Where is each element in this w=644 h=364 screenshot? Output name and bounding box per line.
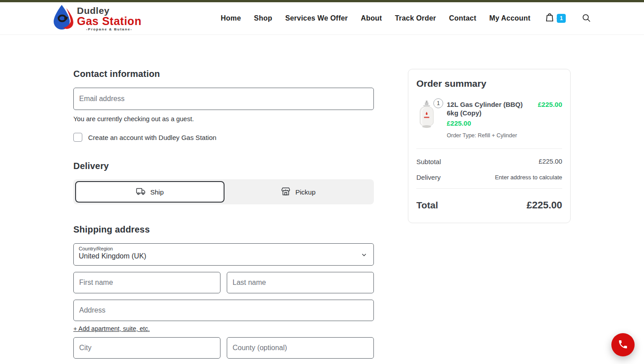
first-name-input[interactable]: [73, 272, 220, 293]
cart-count-badge: 1: [557, 14, 566, 23]
total-label: Total: [416, 200, 438, 211]
county-field-wrap: [227, 337, 374, 359]
address-field-row: [73, 300, 374, 321]
country-region-select[interactable]: Country/Region United Kingdom (UK): [73, 243, 374, 266]
store-icon: [281, 186, 291, 198]
total-row: Total £225.00: [416, 189, 562, 223]
delivery-value: Enter address to calculate: [495, 174, 562, 181]
last-name-field-wrap: [227, 272, 374, 293]
phone-icon: [618, 339, 628, 351]
guest-checkout-note: You are currently checking out as a gues…: [73, 115, 374, 123]
product-unit-price: £225.00: [447, 119, 534, 127]
nav-my-account[interactable]: My Account: [489, 14, 530, 22]
nav-home[interactable]: Home: [221, 14, 241, 22]
nav-about[interactable]: About: [361, 14, 382, 22]
site-logo[interactable]: Dudley Gas Station -Propane & Butane-: [53, 4, 141, 32]
gas-cylinder-product-image: [416, 122, 437, 130]
nav-shop[interactable]: Shop: [254, 14, 272, 22]
address-field-wrap: [73, 300, 374, 321]
subtotal-label: Subtotal: [416, 158, 441, 165]
order-summary-heading: Order summary: [416, 78, 562, 89]
name-fields-row: [73, 272, 374, 293]
city-county-row: [73, 337, 374, 359]
pickup-option-button[interactable]: Pickup: [225, 181, 372, 203]
cart-button[interactable]: 1: [544, 12, 566, 25]
call-now-button[interactable]: [611, 333, 635, 356]
county-input[interactable]: [227, 337, 374, 359]
subtotal-value: £225.00: [539, 158, 562, 165]
last-name-input[interactable]: [227, 272, 374, 293]
product-order-type: Order Type: Refill + Cylinder: [447, 132, 534, 139]
logo-name-top: Dudley: [77, 6, 141, 15]
ship-option-label: Ship: [150, 188, 164, 196]
chevron-down-icon: [360, 251, 368, 260]
first-name-field-wrap: [73, 272, 220, 293]
email-input[interactable]: [73, 88, 374, 110]
logo-text: Dudley Gas Station -Propane & Butane-: [77, 6, 141, 31]
nav-contact[interactable]: Contact: [449, 14, 476, 22]
product-name: 12L Gas Cylinder (BBQ) 6kg (Copy): [447, 101, 534, 118]
subtotal-row: Subtotal £225.00: [416, 158, 562, 165]
nav-track-order[interactable]: Track Order: [395, 14, 436, 22]
country-region-label: Country/Region: [79, 246, 113, 251]
checkout-page: Contact information You are currently ch…: [0, 35, 644, 364]
create-account-label: Create an account with Dudley Gas Statio…: [88, 134, 216, 141]
logo-tagline: -Propane & Butane-: [77, 28, 141, 31]
checkout-form: Contact information You are currently ch…: [73, 69, 374, 364]
ship-option-button[interactable]: Ship: [75, 181, 225, 203]
main-nav: Home Shop Services We Offer About Track …: [221, 12, 591, 25]
summary-rows: Subtotal £225.00 Delivery Enter address …: [416, 149, 562, 189]
delivery-heading: Delivery: [73, 161, 374, 171]
line-item-total: £225.00: [538, 101, 562, 139]
order-summary-column: Order summary: [408, 69, 571, 223]
delivery-row: Delivery Enter address to calculate: [416, 174, 562, 181]
address-input[interactable]: [73, 300, 374, 321]
add-apartment-link[interactable]: + Add apartment, suite, etc.: [73, 325, 150, 332]
order-line-item: 1 12L Gas Cylinder (BBQ) 6kg (Copy) £225…: [416, 101, 562, 149]
nav-services[interactable]: Services We Offer: [285, 14, 348, 22]
product-thumbnail-wrap: 1: [416, 101, 437, 139]
search-icon: [581, 13, 591, 24]
quantity-badge: 1: [433, 98, 443, 108]
pickup-option-label: Pickup: [295, 188, 315, 196]
logo-name-bottom: Gas Station: [77, 16, 141, 27]
city-input[interactable]: [73, 337, 220, 359]
total-value: £225.00: [526, 199, 562, 211]
logo-drop-icon: [53, 4, 74, 32]
search-button[interactable]: [581, 13, 591, 24]
create-account-checkbox[interactable]: [73, 133, 82, 142]
create-account-option[interactable]: Create an account with Dudley Gas Statio…: [73, 133, 374, 142]
product-info: 12L Gas Cylinder (BBQ) 6kg (Copy) £225.0…: [437, 101, 538, 139]
email-field-wrap: [73, 88, 374, 110]
truck-icon: [136, 186, 146, 198]
contact-information-heading: Contact information: [73, 69, 374, 79]
site-header: Dudley Gas Station -Propane & Butane- Ho…: [0, 2, 644, 35]
shipping-address-heading: Shipping address: [73, 224, 374, 235]
order-summary-card: Order summary: [408, 69, 571, 223]
shopping-bag-icon: [544, 12, 555, 25]
delivery-label: Delivery: [416, 174, 441, 181]
country-region-value: United Kingdom (UK): [79, 252, 146, 260]
city-field-wrap: [73, 337, 220, 359]
delivery-method-toggle: Ship Pickup: [73, 179, 374, 204]
